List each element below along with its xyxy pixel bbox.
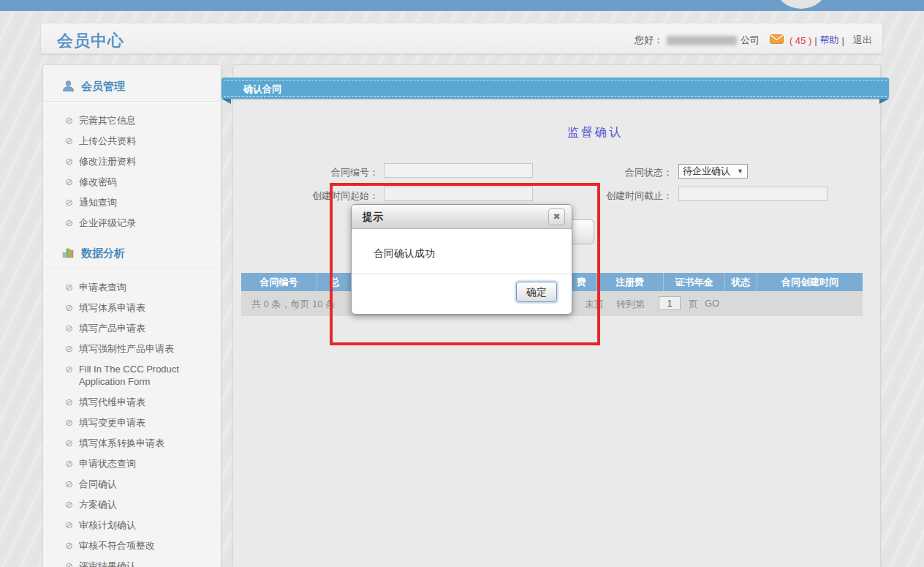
contract-no-input[interactable] [384, 163, 533, 178]
logout-link[interactable]: 退出 [853, 34, 872, 47]
bullet-icon: ⊘ [65, 323, 73, 334]
bullet-icon: ⊘ [65, 540, 73, 551]
ribbon-fold-left [221, 99, 231, 104]
sidebar-item-application-query[interactable]: ⊘申请表查询 [43, 277, 221, 298]
chevron-down-icon: ▼ [737, 168, 743, 175]
sidebar-item-application-status-query[interactable]: ⊘申请状态查询 [43, 454, 221, 474]
contract-no-label: 合同编号： [306, 166, 379, 179]
sidebar-item-product-application[interactable]: ⊘填写产品申请表 [43, 318, 221, 339]
col-registration-fee: 注册费 [597, 273, 664, 291]
modal-message: 合同确认成功 [374, 247, 435, 260]
sidebar-item-change-password[interactable]: ⊘修改密码 [43, 172, 221, 192]
bullet-icon: ⊘ [65, 156, 73, 167]
create-time-start-label: 创建时间起始： [296, 189, 379, 203]
bullet-icon: ⊘ [65, 364, 73, 375]
sidebar-item-compulsory-product-application[interactable]: ⊘填写强制性产品申请表 [43, 339, 221, 359]
bullet-icon: ⊘ [65, 478, 73, 489]
create-time-start-input[interactable] [384, 187, 533, 201]
data-analysis-list: ⊘申请表查询 ⊘填写体系申请表 ⊘填写产品申请表 ⊘填写强制性产品申请表 ⊘Fi… [43, 277, 221, 567]
modal-divider [352, 274, 572, 274]
page-number-input[interactable] [659, 296, 681, 310]
sidebar-item-contract-confirm[interactable]: ⊘合同确认 [43, 474, 221, 495]
create-time-end-input[interactable] [678, 187, 828, 201]
bullet-icon: ⊘ [65, 197, 73, 208]
bullet-icon: ⊘ [65, 302, 73, 313]
modal-header: 提示 ✖ [352, 205, 572, 229]
sidebar-section-data-analysis: 数据分析 [43, 239, 221, 269]
col-contract-no: 合同编号 [241, 273, 317, 291]
go-button[interactable]: GO [705, 298, 719, 309]
modal-title: 提示 [363, 211, 383, 224]
sidebar-item-maintenance-application[interactable]: ⊘填写代维申请表 [43, 392, 221, 413]
bullet-icon: ⊘ [65, 499, 73, 510]
sidebar-item-modify-registration[interactable]: ⊘修改注册资料 [43, 151, 221, 172]
sidebar-item-enterprise-rating[interactable]: ⊘企业评级记录 [43, 213, 221, 233]
bullet-icon: ⊘ [65, 217, 73, 228]
bullet-icon: ⊘ [65, 115, 73, 126]
separator: | [842, 35, 844, 46]
mail-icon[interactable] [770, 34, 784, 46]
user-area: 您好： 公司 ( 45 ) | 帮助 | 退出 [635, 34, 872, 47]
bullet-icon: ⊘ [65, 519, 73, 530]
bullet-icon: ⊘ [65, 560, 73, 567]
col-certificate-annuity: 证书年金 [664, 273, 725, 291]
bullet-icon: ⊘ [65, 438, 73, 448]
sidebar-item-system-conversion-application[interactable]: ⊘填写体系转换申请表 [43, 433, 221, 454]
bullet-icon: ⊘ [65, 417, 73, 428]
mail-count[interactable]: ( 45 ) [789, 35, 811, 46]
member-management-list: ⊘完善其它信息 ⊘上传公共资料 ⊘修改注册资料 ⊘修改密码 ⊘通知查询 ⊘企业评… [43, 110, 221, 233]
bullet-icon: ⊘ [65, 397, 73, 408]
sidebar-section-member-management: 会员管理 [43, 72, 221, 102]
sidebar-item-system-application[interactable]: ⊘填写体系申请表 [43, 298, 221, 318]
sidebar-item-notice-query[interactable]: ⊘通知查询 [43, 192, 221, 213]
sidebar-section-title: 会员管理 [81, 80, 125, 94]
page: 会员中心 您好： 公司 ( 45 ) | 帮助 | 退出 会员管理 ⊘完善其它信… [0, 0, 924, 567]
goto-page-label: 转到第 [616, 298, 645, 311]
sidebar-section-title: 数据分析 [81, 247, 125, 260]
bullet-icon: ⊘ [65, 135, 73, 146]
create-time-end-label: 创建时间截止： [599, 189, 673, 203]
sidebar-item-change-application[interactable]: ⊘填写变更申请表 [43, 413, 221, 433]
company-suffix: 公司 [741, 34, 760, 47]
sidebar-item-review-result-confirm[interactable]: ⊘评审结果确认 [43, 556, 221, 567]
close-icon[interactable]: ✖ [548, 209, 565, 225]
confirm-button[interactable]: 确定 [516, 282, 557, 302]
site-logo: 会员中心 [57, 30, 124, 52]
help-link[interactable]: 帮助 [820, 34, 839, 47]
sidebar: 会员管理 ⊘完善其它信息 ⊘上传公共资料 ⊘修改注册资料 ⊘修改密码 ⊘通知查询… [42, 64, 221, 567]
content-title: 确认合同 [243, 83, 281, 96]
bullet-icon: ⊘ [65, 458, 73, 469]
sidebar-item-upload-public-data[interactable]: ⊘上传公共资料 [43, 131, 221, 151]
sidebar-item-ccc-product-application[interactable]: ⊘Fill In The CCC Product Application For… [43, 359, 221, 392]
contract-status-value: 待企业确认 [683, 165, 730, 178]
ribbon-fold-right [879, 99, 889, 104]
member-icon [62, 80, 75, 94]
bullet-icon: ⊘ [65, 343, 73, 354]
sidebar-item-complete-other-info[interactable]: ⊘完善其它信息 [43, 110, 221, 131]
alert-modal: 提示 ✖ 合同确认成功 确定 [351, 204, 572, 315]
pagination-summary: 共 0 条，每页 10 条 [251, 298, 335, 311]
col-status: 状态 [725, 273, 757, 291]
supervise-confirm-link[interactable]: 监督确认 [567, 125, 623, 140]
separator: | [814, 35, 817, 46]
bar-chart-icon [62, 247, 75, 260]
sidebar-item-plan-confirm[interactable]: ⊘方案确认 [43, 495, 221, 515]
sidebar-item-audit-plan-confirm[interactable]: ⊘审核计划确认 [43, 515, 221, 536]
contract-status-label: 合同状态： [599, 166, 673, 179]
contract-status-select[interactable]: 待企业确认 ▼ [678, 164, 748, 179]
bullet-icon: ⊘ [65, 176, 73, 187]
bullet-icon: ⊘ [65, 282, 73, 293]
company-name-redacted [667, 36, 737, 45]
greeting-prefix: 您好： [635, 34, 663, 47]
last-page-link[interactable]: 末页 [585, 298, 604, 311]
sidebar-item-nonconformity-rectification[interactable]: ⊘审核不符合项整改 [43, 536, 221, 556]
content-ribbon: 确认合同 [221, 78, 889, 99]
col-contract-create-time: 合同创建时间 [757, 273, 863, 291]
page-unit-label: 页 [689, 298, 698, 311]
